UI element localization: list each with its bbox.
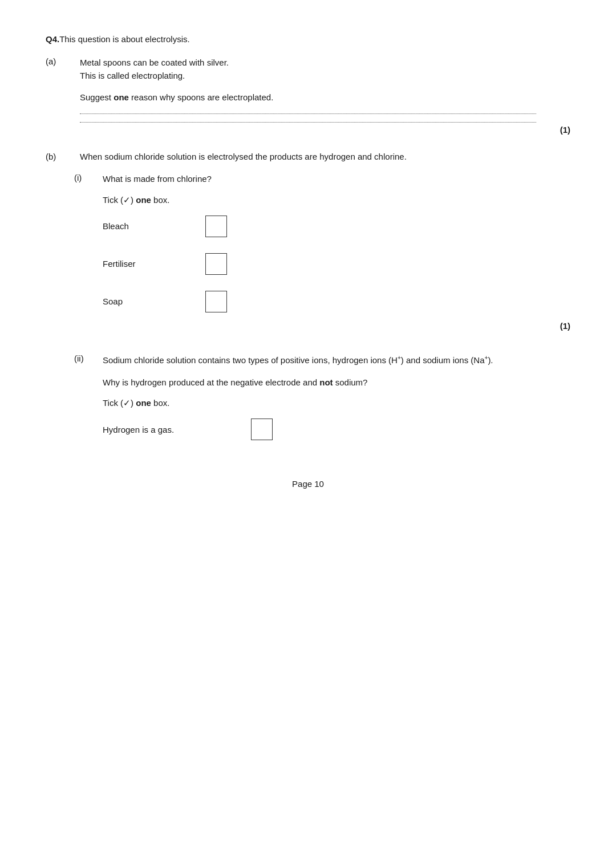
part-b: (b) When sodium chloride solution is ele… [46, 152, 570, 456]
tick-box-fertiliser[interactable] [205, 253, 227, 275]
part-bii-question: Why is hydrogen produced at the negative… [103, 376, 570, 389]
part-b-text: When sodium chloride solution is electro… [80, 152, 570, 161]
part-a-content: Metal spoons can be coated with silver. … [80, 56, 536, 131]
part-a: (a) Metal spoons can be coated with silv… [46, 56, 570, 135]
part-bi-content: What is made from chlorine? Tick (✓) one… [103, 173, 536, 328]
part-a-label: (a) [46, 56, 80, 66]
tick-box-soap[interactable] [205, 291, 227, 312]
answer-line-1 [80, 113, 536, 114]
tick-instruction-ii: Tick (✓) one box. [103, 398, 570, 408]
option-soap-row: Soap [103, 291, 536, 312]
option-bleach-row: Bleach [103, 216, 536, 237]
tick-box-bleach[interactable] [205, 216, 227, 237]
part-bii-content: Sodium chloride solution contains two ty… [103, 354, 570, 456]
question-header: Q4.This question is about electrolysis. [46, 34, 570, 44]
part-a-instruction: Suggest one reason why spoons are electr… [80, 91, 536, 104]
question-intro: This question is about electrolysis. [59, 34, 189, 44]
option-fertiliser-row: Fertiliser [103, 253, 536, 275]
part-bi-label: (i) [74, 173, 103, 182]
part-a-marks: (1) [536, 56, 570, 135]
option-bleach-label: Bleach [103, 221, 171, 231]
part-b-label: (b) [46, 152, 80, 161]
part-bi-marks: (1) [536, 173, 570, 331]
part-b-ii: (ii) Sodium chloride solution contains t… [74, 354, 570, 456]
part-bi-question: What is made from chlorine? [103, 173, 536, 186]
part-bii-text: Sodium chloride solution contains two ty… [103, 354, 570, 367]
part-b-i: (i) What is made from chlorine? Tick (✓)… [74, 173, 570, 331]
page-number: Page 10 [46, 479, 570, 489]
answer-line-2 [80, 122, 536, 123]
option-fertiliser-label: Fertiliser [103, 259, 171, 269]
option-soap-label: Soap [103, 296, 171, 306]
tick-instruction-i: Tick (✓) one box. [103, 195, 536, 205]
exam-page: Q4.This question is about electrolysis. … [46, 34, 570, 807]
part-a-answer-lines [80, 113, 536, 123]
option-hydrogen-label: Hydrogen is a gas. [103, 425, 205, 434]
option-hydrogen-row: Hydrogen is a gas. [103, 419, 570, 440]
part-bii-label: (ii) [74, 354, 103, 363]
part-a-text1: Metal spoons can be coated with silver. … [80, 56, 536, 82]
tick-box-hydrogen[interactable] [251, 419, 273, 440]
question-number: Q4. [46, 34, 59, 44]
